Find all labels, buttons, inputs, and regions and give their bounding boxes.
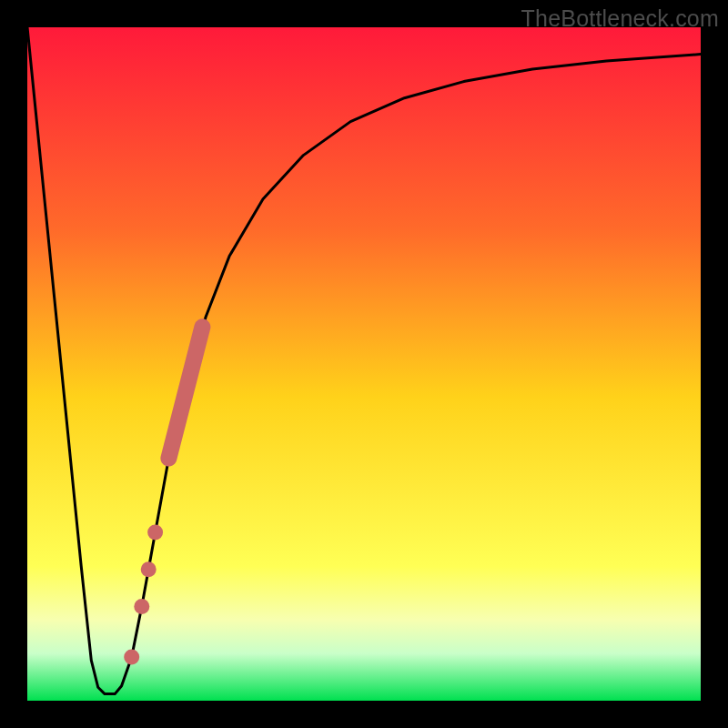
- chart-frame: TheBottleneck.com: [0, 0, 728, 728]
- bottleneck-curve: [27, 27, 701, 694]
- highlight-segment: [168, 327, 202, 458]
- highlight-dot: [147, 525, 163, 541]
- highlight-dot: [134, 599, 149, 614]
- highlight-dot: [124, 649, 139, 664]
- highlight-dot: [141, 561, 157, 577]
- watermark-text: TheBottleneck.com: [521, 5, 719, 32]
- chart-overlay: [27, 27, 701, 701]
